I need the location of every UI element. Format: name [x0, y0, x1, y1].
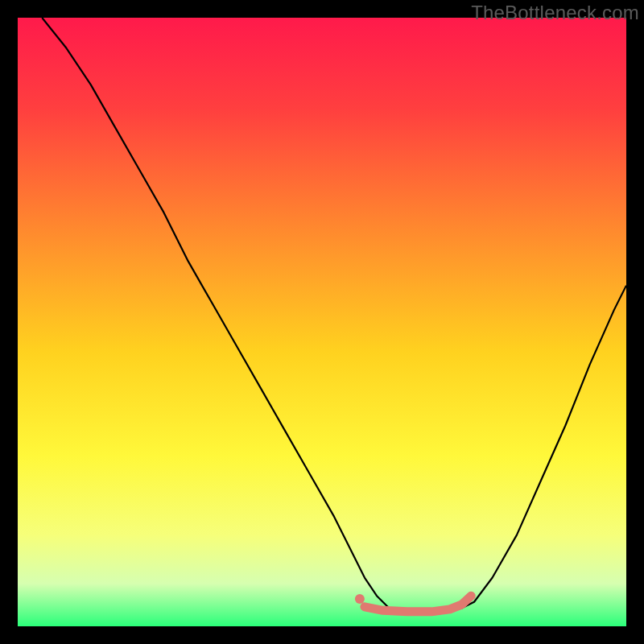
- chart-svg: [18, 18, 626, 626]
- chart-frame: TheBottleneck.com: [0, 0, 644, 644]
- highlight-dot: [355, 594, 365, 604]
- background-gradient: [18, 18, 626, 626]
- watermark-text: TheBottleneck.com: [471, 2, 639, 24]
- plot-area: [18, 18, 626, 626]
